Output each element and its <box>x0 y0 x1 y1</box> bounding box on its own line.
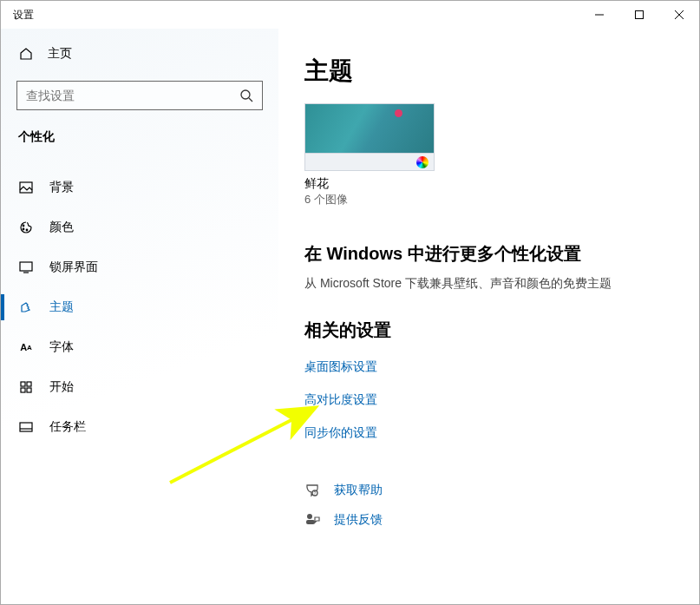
link-sync-settings[interactable]: 同步你的设置 <box>304 417 673 450</box>
theme-name: 鲜花 <box>304 176 435 192</box>
titlebar: 设置 <box>1 1 699 29</box>
start-icon <box>18 380 34 394</box>
help-icon: ? <box>304 483 320 498</box>
related-settings-heading: 相关的设置 <box>304 319 673 342</box>
home-button[interactable]: 主页 <box>1 37 278 70</box>
sidebar-item-label: 字体 <box>49 339 74 355</box>
svg-text:?: ? <box>314 490 317 496</box>
colors-icon <box>18 220 34 234</box>
sidebar: 主页 个性化 背景 <box>1 29 278 604</box>
svg-point-4 <box>241 90 250 99</box>
sidebar-item-start[interactable]: 开始 <box>1 367 278 407</box>
sidebar-item-fonts[interactable]: AA 字体 <box>1 327 278 367</box>
svg-rect-6 <box>20 182 32 193</box>
svg-rect-15 <box>27 388 31 392</box>
give-feedback-link[interactable]: 提供反馈 <box>304 505 673 535</box>
sidebar-item-lockscreen[interactable]: 锁屏界面 <box>1 247 278 287</box>
svg-rect-1 <box>636 11 644 19</box>
theme-card[interactable]: 鲜花 6 个图像 <box>304 103 435 207</box>
feedback-icon <box>304 512 320 528</box>
svg-rect-10 <box>20 262 32 271</box>
taskbar-icon <box>18 420 34 434</box>
get-help-link[interactable]: ? 获取帮助 <box>304 476 673 505</box>
sidebar-item-background[interactable]: 背景 <box>1 168 278 207</box>
window-controls <box>579 1 699 29</box>
sidebar-item-label: 任务栏 <box>49 419 86 435</box>
related-links: 桌面图标设置 高对比度设置 同步你的设置 <box>304 351 673 450</box>
more-personalization-desc: 从 Microsoft Store 下载兼具壁纸、声音和颜色的免费主题 <box>304 274 673 293</box>
minimize-button[interactable] <box>579 1 619 29</box>
section-label: 个性化 <box>1 128 278 159</box>
sidebar-item-label: 开始 <box>49 379 74 395</box>
close-button[interactable] <box>659 1 699 29</box>
more-personalization-heading: 在 Windows 中进行更多个性化设置 <box>304 242 673 266</box>
themes-icon <box>18 300 34 314</box>
sidebar-item-themes[interactable]: 主题 <box>1 287 278 327</box>
background-icon <box>18 181 34 194</box>
sidebar-item-label: 锁屏界面 <box>49 260 98 275</box>
svg-point-20 <box>307 514 312 519</box>
link-desktop-icon-settings[interactable]: 桌面图标设置 <box>304 351 673 384</box>
get-help-label: 获取帮助 <box>334 483 383 498</box>
sidebar-item-colors[interactable]: 颜色 <box>1 207 278 247</box>
theme-subtitle: 6 个图像 <box>304 192 435 207</box>
search-field[interactable] <box>26 89 239 102</box>
maximize-button[interactable] <box>619 1 659 29</box>
sidebar-item-label: 主题 <box>49 299 74 315</box>
theme-accent-bar <box>304 154 435 171</box>
svg-rect-13 <box>27 382 31 386</box>
footer-links: ? 获取帮助 提供反馈 <box>304 476 673 535</box>
sidebar-item-label: 颜色 <box>49 220 74 235</box>
lockscreen-icon <box>18 260 34 274</box>
svg-rect-21 <box>306 520 315 524</box>
sidebar-item-label: 背景 <box>49 180 74 195</box>
sidebar-item-taskbar[interactable]: 任务栏 <box>1 407 278 447</box>
svg-point-8 <box>23 228 24 230</box>
search-icon <box>239 89 253 102</box>
give-feedback-label: 提供反馈 <box>334 512 383 528</box>
svg-rect-12 <box>21 382 25 386</box>
search-input[interactable] <box>16 81 263 110</box>
home-icon <box>18 47 34 61</box>
home-label: 主页 <box>48 46 72 62</box>
svg-point-9 <box>26 229 28 231</box>
svg-point-7 <box>23 225 24 227</box>
colorwheel-icon <box>416 156 429 168</box>
main-content: 主题 鲜花 6 个图像 在 Windows 中进行更多个性化设置 从 Micro… <box>278 29 699 604</box>
window-title: 设置 <box>13 8 34 23</box>
svg-rect-14 <box>21 388 25 392</box>
svg-line-5 <box>249 98 252 102</box>
link-high-contrast-settings[interactable]: 高对比度设置 <box>304 384 673 417</box>
svg-rect-16 <box>20 423 32 431</box>
theme-preview-image <box>304 103 435 154</box>
fonts-icon: AA <box>18 342 34 352</box>
page-title: 主题 <box>304 55 673 88</box>
nav-list: 背景 颜色 锁屏界面 <box>1 159 278 447</box>
